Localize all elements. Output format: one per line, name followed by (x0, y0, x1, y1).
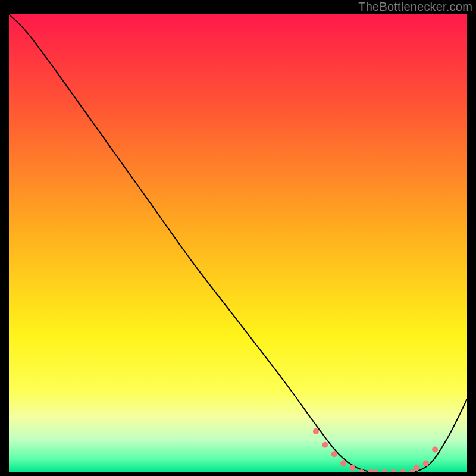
chart-container: TheBottlenecker.com (0, 0, 476, 476)
marker-dot (322, 442, 328, 448)
attribution-label: TheBottlenecker.com (358, 0, 472, 14)
marker-dot (350, 465, 356, 471)
marker-dot (423, 461, 429, 466)
marker-dot (414, 465, 419, 471)
marker-dot (340, 461, 346, 466)
marker-dot (331, 451, 337, 457)
marker-dot (313, 428, 319, 434)
gradient-background (9, 14, 467, 472)
marker-dot (432, 447, 438, 453)
bottleneck-chart (9, 14, 467, 472)
